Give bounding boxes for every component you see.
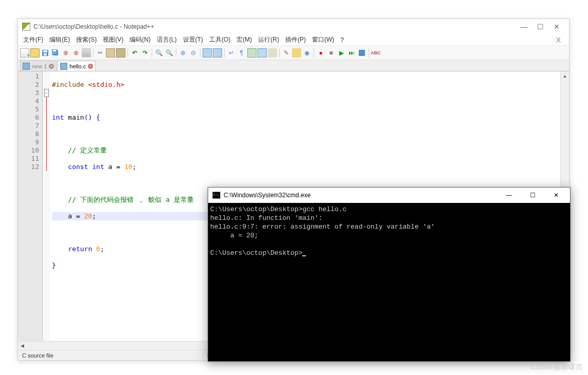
menu-help[interactable]: ? [337,35,347,45]
status-filetype: C source file [18,350,203,360]
wrap-icon[interactable]: ↵ [227,48,236,58]
line-number: 9 [18,138,39,146]
menu-macro[interactable]: 宏(M) [233,34,255,45]
titlebar[interactable]: C:\Users\octop\Desktop\hello.c - Notepad… [18,19,569,34]
cmd-close-button[interactable]: ✕ [544,188,568,203]
cmd-minimize-button[interactable]: — [497,188,521,203]
save-all-icon[interactable] [51,48,60,58]
menu-file[interactable]: 文件(F) [20,34,46,45]
cmd-output[interactable]: C:\Users\octop\Desktop>gcc hello.c hello… [208,203,570,259]
redo-icon[interactable]: ↷ [140,48,150,58]
save-icon[interactable] [41,48,50,58]
show-all-chars-icon[interactable]: ¶ [237,48,246,58]
separator [200,48,200,58]
separator [224,48,225,58]
scroll-left-icon[interactable]: ◀ [18,342,27,350]
cmd-controls: — ☐ ✕ [497,188,568,203]
tab-close-icon[interactable]: × [88,64,93,69]
menu-view[interactable]: 视图(V) [100,34,126,45]
line-number: 5 [18,105,39,114]
fold-toggle-icon[interactable]: − [44,89,49,97]
line-number: 1 [18,72,39,81]
func-list-icon[interactable]: ✎ [282,48,291,58]
tab-label: hello.c [69,63,86,69]
separator [127,48,128,58]
toolbar: ⊗ ⊗ ✂ ↶ ↷ 🔍 🔍 ⊕ ⊖ ↵ ¶ ✎ ◉ ● ■ ▶ ⏭ A [18,46,569,60]
cmd-maximize-button[interactable]: ☐ [521,188,544,203]
cmd-window: C:\Windows\System32\cmd.exe — ☐ ✕ C:\Use… [208,187,571,362]
menu-tools[interactable]: 工具(O) [206,34,233,45]
cmd-prompt: C:\Users\octop\Desktop> [210,249,302,257]
line-number: 8 [18,130,39,138]
line-number: 10 [18,146,39,155]
cmd-title: C:\Windows\System32\cmd.exe [224,192,497,199]
line-number: 6 [18,114,39,122]
macro-play-icon[interactable]: ▶ [337,48,346,58]
separator [369,48,369,58]
menu-encoding[interactable]: 编码(N) [126,34,154,45]
cursor-icon [302,255,306,256]
indent-guide-icon[interactable] [247,48,256,58]
menu-settings[interactable]: 设置(T) [180,34,206,45]
cmd-titlebar[interactable]: C:\Windows\System32\cmd.exe — ☐ ✕ [208,188,570,203]
replace-icon[interactable]: 🔍 [164,48,174,58]
tab-new1[interactable]: new 1 × [20,61,57,71]
line-number-gutter: 1 2 3 4 5 6 7 8 9 10 11 12 [18,71,43,349]
new-file-icon[interactable] [20,48,29,58]
svg-rect-5 [53,50,56,51]
separator [152,48,152,58]
menu-search[interactable]: 搜索(S) [73,34,100,45]
doc-map-icon[interactable] [268,48,277,58]
file-icon [60,63,67,70]
minimize-button[interactable]: — [520,23,528,31]
print-icon[interactable] [82,48,91,58]
spell-check-icon[interactable]: ABC [371,48,380,58]
maximize-button[interactable]: ☐ [536,23,544,31]
sync-h-icon[interactable] [213,48,222,58]
open-file-icon[interactable] [30,48,40,58]
menu-plugins[interactable]: 插件(P) [282,34,309,45]
watermark: CSDN @韩曙亮 [530,363,583,372]
sync-v-icon[interactable] [203,48,212,58]
close-button[interactable]: ✕ [553,23,561,31]
close-file-icon[interactable]: ⊗ [61,48,70,58]
separator [176,48,176,58]
line-number: 2 [18,81,39,89]
line-number: 4 [18,97,39,105]
zoom-in-icon[interactable]: ⊕ [178,48,188,58]
line-number: 11 [18,155,39,163]
menu-run[interactable]: 运行(R) [255,34,282,45]
macro-stop-icon[interactable]: ■ [326,48,336,58]
userlang-icon[interactable] [258,48,267,58]
undo-icon[interactable]: ↶ [130,48,139,58]
macro-record-icon[interactable]: ● [316,48,325,58]
menu-window[interactable]: 窗口(W) [309,34,337,45]
tab-bar: new 1 × hello.c × [18,60,569,71]
paste-icon[interactable] [116,48,125,58]
cut-icon[interactable]: ✂ [96,48,105,58]
cmd-line: C:\Users\octop\Desktop>gcc hello.c [210,205,346,213]
zoom-out-icon[interactable]: ⊖ [189,48,198,58]
monitor-icon[interactable]: ◉ [302,48,311,58]
close-all-icon[interactable]: ⊗ [71,48,81,58]
macro-save-icon[interactable] [357,48,366,58]
menu-close-x[interactable]: X [550,36,567,44]
window-controls: — ☐ ✕ [520,23,565,31]
scroll-up-icon[interactable]: ▲ [561,71,569,80]
tab-label: new 1 [32,63,47,69]
separator [314,48,314,58]
svg-rect-2 [44,53,47,55]
copy-icon[interactable] [106,48,115,58]
tab-close-icon[interactable]: × [49,64,54,69]
menu-edit[interactable]: 编辑(E) [46,34,73,45]
menu-language[interactable]: 语言(L) [154,34,180,45]
tab-hello-c[interactable]: hello.c × [58,61,96,71]
separator [279,48,280,58]
folder-icon[interactable] [292,48,301,58]
svg-rect-1 [43,50,47,52]
find-icon[interactable]: 🔍 [154,48,163,58]
macro-multi-icon[interactable]: ⏭ [347,48,356,58]
cmd-line: hello.c: In function 'main': [210,214,322,222]
app-icon [22,23,30,31]
svg-rect-6 [359,50,365,56]
